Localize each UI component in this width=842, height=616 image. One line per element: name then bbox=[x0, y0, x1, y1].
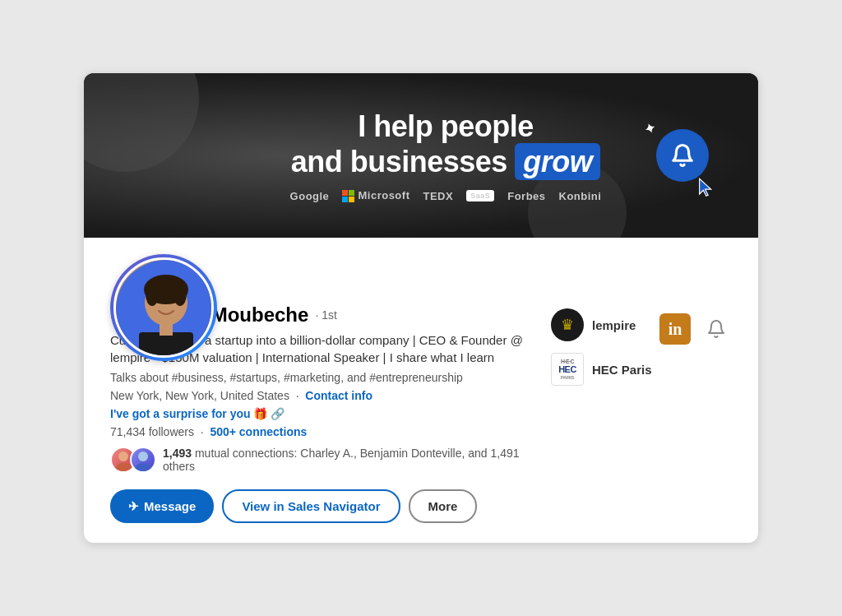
banner-text: I help people and businesses grow Google… bbox=[290, 109, 602, 202]
action-buttons: ✈ Message View in Sales Navigator More bbox=[110, 489, 531, 523]
hec-name: HEC Paris bbox=[592, 363, 652, 377]
headline-line2: and businesses bbox=[291, 145, 507, 178]
connections-link[interactable]: 500+ connections bbox=[210, 425, 307, 438]
bell-widget: ✦ bbox=[656, 129, 709, 182]
google-logo: Google bbox=[290, 190, 330, 202]
lempire-logo: ♛ bbox=[551, 308, 584, 341]
profile-card: I help people and businesses grow Google… bbox=[84, 73, 758, 543]
more-button[interactable]: More bbox=[409, 489, 478, 523]
linkedin-icon[interactable]: in bbox=[659, 313, 691, 345]
hec-logo: H·E·C HEC PARIS bbox=[551, 353, 584, 386]
lempire-name: lempire bbox=[592, 318, 636, 332]
banner-headline: I help people and businesses grow bbox=[290, 109, 602, 179]
contact-info-link[interactable]: Contact info bbox=[305, 389, 372, 402]
connection-badge: · 1st bbox=[315, 308, 336, 322]
company-hec: H·E·C HEC PARIS HEC Paris bbox=[551, 353, 732, 386]
avatar-ring bbox=[110, 254, 217, 361]
svg-point-3 bbox=[146, 283, 159, 306]
location-text: New York, New York, United States bbox=[110, 389, 289, 402]
grow-badge: grow bbox=[515, 143, 600, 180]
mutual-count: 1,493 bbox=[163, 447, 192, 460]
avatar-wrapper bbox=[110, 254, 217, 361]
ms-grid-icon bbox=[342, 190, 354, 202]
mutual-avatar-2 bbox=[130, 447, 156, 473]
mutual-label: mutual connections: bbox=[195, 447, 298, 460]
surprise-row[interactable]: I've got a surprise for you 🎁 🔗 bbox=[110, 407, 531, 420]
bell-svg bbox=[670, 143, 695, 168]
tedx-logo: TEDX bbox=[423, 190, 453, 202]
headline-line1: I help people bbox=[358, 109, 534, 143]
profile-topics: Talks about #business, #startups, #marke… bbox=[110, 371, 531, 384]
svg-point-8 bbox=[115, 463, 132, 471]
avatar-image bbox=[113, 257, 214, 358]
crown-icon: ♛ bbox=[561, 316, 574, 334]
banner: I help people and businesses grow Google… bbox=[84, 73, 758, 238]
svg-rect-5 bbox=[139, 332, 193, 358]
svg-point-4 bbox=[173, 283, 187, 306]
konbini-logo: Konbini bbox=[559, 190, 602, 202]
profile-section: in Guillaume Moubeche · 1st Currently tu… bbox=[84, 303, 758, 543]
svg-point-10 bbox=[135, 463, 151, 471]
avatar-svg bbox=[116, 260, 214, 358]
mutual-text: 1,493 mutual connections: Charley A., Be… bbox=[163, 447, 531, 473]
saas-logo: SaaS bbox=[466, 190, 494, 201]
bell-circle bbox=[656, 129, 709, 182]
svg-point-9 bbox=[138, 452, 148, 461]
top-right-icons: in bbox=[659, 313, 732, 345]
send-icon: ✈ bbox=[128, 499, 139, 514]
message-button[interactable]: ✈ Message bbox=[110, 489, 214, 523]
location-row: New York, New York, United States · Cont… bbox=[110, 389, 531, 402]
mutual-avatars bbox=[110, 447, 156, 473]
banner-logos: Google Microsoft TEDX SaaS Forbes Konbin… bbox=[290, 189, 602, 202]
cursor-icon bbox=[696, 177, 719, 200]
microsoft-logo: Microsoft bbox=[342, 189, 409, 202]
notification-bell-icon[interactable] bbox=[701, 313, 732, 345]
svg-rect-6 bbox=[160, 322, 173, 336]
sales-navigator-button[interactable]: View in Sales Navigator bbox=[222, 489, 400, 523]
followers-count: 71,434 followers bbox=[110, 425, 194, 438]
mutual-row: 1,493 mutual connections: Charley A., Be… bbox=[110, 447, 531, 473]
hec-logo-text: H·E·C HEC PARIS bbox=[558, 359, 576, 380]
blob-1 bbox=[84, 73, 199, 172]
svg-point-7 bbox=[118, 452, 128, 461]
forbes-logo: Forbes bbox=[507, 190, 545, 202]
followers-row: 71,434 followers · 500+ connections bbox=[110, 425, 531, 438]
